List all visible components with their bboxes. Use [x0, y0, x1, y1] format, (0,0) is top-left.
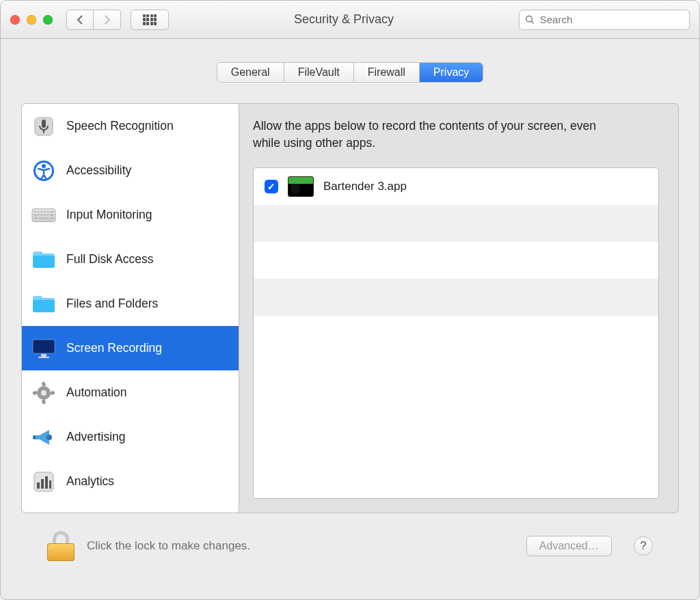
sidebar-item-label: Accessibility [66, 163, 131, 178]
checkbox-checked[interactable]: ✓ [265, 180, 278, 193]
tab-firewall[interactable]: Firewall [354, 63, 420, 82]
svg-rect-9 [34, 210, 36, 213]
svg-rect-13 [47, 210, 49, 213]
keyboard-icon [31, 203, 56, 228]
lock-icon[interactable] [47, 531, 75, 561]
sidebar-item-input-monitoring[interactable]: Input Monitoring [22, 193, 239, 237]
megaphone-icon [31, 425, 56, 450]
chevron-left-icon [76, 14, 84, 25]
app-row-empty [254, 316, 658, 353]
svg-rect-28 [38, 357, 49, 358]
svg-line-1 [531, 21, 533, 23]
search-field[interactable] [519, 10, 690, 30]
app-list[interactable]: ✓ Bartender 3.app [253, 167, 659, 499]
tab-privacy[interactable]: Privacy [420, 63, 483, 82]
svg-rect-16 [38, 214, 40, 216]
minimize-icon[interactable] [27, 15, 36, 25]
sidebar-item-label: Automation [66, 385, 127, 400]
sidebar-item-speech[interactable]: Speech Recognition [22, 104, 239, 148]
svg-rect-34 [50, 390, 55, 395]
sidebar-item-label: Analytics [66, 474, 114, 489]
close-icon[interactable] [10, 15, 20, 25]
svg-rect-37 [41, 381, 46, 386]
titlebar: Security & Privacy [1, 1, 699, 39]
back-button[interactable] [66, 10, 94, 30]
sidebar-item-files-folders[interactable]: Files and Folders [22, 282, 239, 326]
svg-point-7 [42, 164, 46, 168]
app-row-empty [254, 205, 658, 242]
display-icon [31, 336, 56, 361]
show-all-button[interactable] [131, 10, 169, 30]
sidebar-item-accessibility[interactable]: Accessibility [22, 148, 239, 193]
sidebar-item-analytics[interactable]: Analytics [22, 459, 239, 504]
app-row-empty [254, 242, 658, 279]
svg-point-38 [41, 390, 46, 396]
privacy-detail: Allow the apps below to record the conte… [253, 104, 678, 513]
privacy-panel: Speech Recognition Accessibility Input M… [21, 103, 679, 513]
forward-button[interactable] [94, 10, 121, 30]
svg-rect-17 [40, 214, 42, 216]
svg-rect-15 [34, 214, 36, 216]
svg-rect-26 [33, 340, 55, 353]
nav-buttons [66, 10, 121, 30]
search-icon [525, 14, 535, 25]
svg-rect-20 [50, 214, 53, 216]
app-row[interactable]: ✓ Bartender 3.app [254, 168, 658, 205]
tab-general[interactable]: General [217, 63, 284, 82]
gear-icon [31, 381, 56, 405]
svg-rect-19 [47, 214, 49, 216]
svg-point-0 [526, 16, 533, 22]
svg-rect-10 [38, 210, 40, 213]
footer: Click the lock to make changes. Advanced… [21, 513, 679, 578]
sidebar-item-automation[interactable]: Automation [22, 370, 239, 415]
section-description: Allow the apps below to record the conte… [253, 118, 622, 152]
svg-rect-23 [50, 217, 53, 219]
tab-filevault[interactable]: FileVault [284, 63, 354, 82]
body: General FileVault Firewall Privacy Speec… [1, 39, 699, 599]
tabs: General FileVault Firewall Privacy [217, 62, 484, 83]
svg-rect-27 [41, 354, 46, 357]
page-title: Security & Privacy [178, 12, 509, 27]
traffic-lights [10, 15, 57, 25]
lock-hint: Click the lock to make changes. [87, 539, 514, 553]
svg-rect-44 [45, 476, 48, 489]
svg-rect-35 [41, 399, 46, 404]
svg-rect-11 [40, 210, 42, 213]
sidebar-item-screen-recording[interactable]: Screen Recording [22, 326, 239, 370]
svg-rect-18 [44, 214, 46, 216]
svg-rect-45 [49, 480, 51, 489]
zoom-icon[interactable] [43, 15, 53, 25]
svg-rect-36 [33, 390, 38, 395]
svg-rect-43 [41, 479, 44, 489]
sidebar-item-label: Screen Recording [66, 341, 162, 355]
sidebar-item-label: Advertising [66, 430, 126, 444]
svg-rect-12 [44, 210, 46, 213]
app-icon [288, 176, 314, 197]
app-row-empty [254, 279, 658, 316]
svg-rect-21 [34, 217, 38, 219]
barchart-icon [31, 469, 56, 494]
sidebar-item-advertising[interactable]: Advertising [22, 415, 239, 459]
sidebar-item-label: Full Disk Access [66, 252, 153, 267]
mic-icon [31, 114, 56, 139]
sidebar-item-label: Files and Folders [66, 297, 158, 311]
accessibility-icon [31, 159, 56, 183]
folder-icon [31, 292, 56, 316]
svg-rect-25 [33, 300, 55, 312]
sidebar-item-label: Input Monitoring [66, 208, 152, 222]
chevron-right-icon [103, 14, 111, 25]
sidebar-item-label: Speech Recognition [66, 119, 174, 133]
svg-rect-22 [38, 217, 49, 219]
search-input[interactable] [539, 13, 684, 26]
advanced-button[interactable]: Advanced… [526, 536, 612, 556]
svg-rect-24 [33, 256, 55, 268]
privacy-sidebar[interactable]: Speech Recognition Accessibility Input M… [22, 104, 239, 513]
svg-rect-14 [50, 210, 53, 213]
app-name: Bartender 3.app [323, 180, 407, 193]
help-button[interactable]: ? [634, 536, 653, 556]
sidebar-item-full-disk[interactable]: Full Disk Access [22, 237, 239, 282]
svg-rect-42 [37, 482, 40, 489]
svg-point-40 [46, 435, 52, 440]
preferences-window: Security & Privacy General FileVault Fir… [0, 0, 700, 600]
grid-icon [143, 14, 157, 25]
